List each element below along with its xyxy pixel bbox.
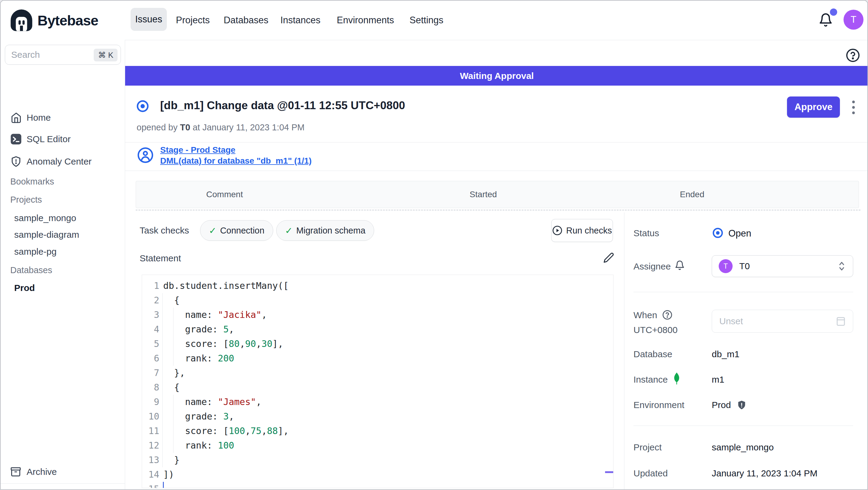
code-line: 1db.student.insertMany([ [142,279,613,293]
opened-middle: at [192,122,200,132]
code-line: 9 name: "James", [142,395,613,409]
code-line: 13 } [142,453,613,467]
tab-projects[interactable]: Projects [176,1,210,40]
statement-label: Statement [140,253,181,263]
tab-databases[interactable]: Databases [224,1,268,40]
code-lines: 1db.student.insertMany([2 {3 name: "Jaci… [142,279,613,488]
check-success-icon: ✓ [209,225,216,236]
table-header-started: Started [470,181,497,208]
project-value[interactable]: sample_mongo [712,442,774,453]
play-circle-icon [552,225,562,236]
project-label: Project [633,442,661,453]
shield-alert-icon [10,156,22,167]
tab-environments[interactable]: Environments [337,1,394,40]
environment-label: Environment [633,400,684,410]
indent-guide [173,395,174,453]
sidebar-project-sample-mongo[interactable]: sample_mongo [14,213,76,223]
table-header-ended: Ended [680,181,705,208]
task-run-table: Comment Started Ended [136,181,859,208]
updated-label: Updated [633,468,668,479]
when-help-icon [662,310,673,320]
indent-guide [162,293,163,467]
code-line: 11 score: [100,75,88], [142,424,613,438]
when-label: When [633,310,673,320]
indent-guide [173,308,174,366]
issue-opened-line: opened by T0 at January 11, 2023 1:04 PM [136,122,305,133]
bytebase-window: Bytebase Issues Projects Databases Insta… [0,0,868,490]
check-migration-schema-pill[interactable]: ✓ Migration schema [276,220,374,241]
sidebar-project-sample-diagram[interactable]: sample-diagram [14,230,79,240]
sidebar-project-sample-pg[interactable]: sample-pg [14,247,57,257]
sidebar-bottom-divider [1,483,125,484]
check-success-icon: ✓ [285,225,292,236]
chevron-up-down-icon [837,260,846,272]
instance-value[interactable]: m1 [712,374,724,385]
kebab-menu-icon[interactable] [849,99,858,116]
notification-bell-icon[interactable] [818,13,833,27]
when-input[interactable] [719,316,819,326]
user-avatar[interactable]: T [843,10,864,30]
stage-person-icon [137,147,154,164]
status-label: Status [633,228,659,238]
mongodb-leaf-icon [672,372,681,385]
protected-shield-icon [737,400,747,410]
code-line: 7 }, [142,366,613,380]
help-icon[interactable] [846,48,860,63]
code-line: 15 [142,482,613,488]
sidebar-item-archive[interactable]: Archive [1,463,125,481]
search-box[interactable]: ⌘ K [5,45,121,65]
stage-link[interactable]: Stage - Prod Stage [160,145,236,155]
code-line: 5 score: [80,90,30], [142,337,613,351]
issue-opened-time: January 11, 2023 1:04 PM [203,122,305,132]
sidebar-item-home[interactable]: Home [1,109,125,126]
code-line: 6 rank: 200 [142,351,613,366]
database-value[interactable]: db_m1 [712,349,740,359]
check-connection-pill[interactable]: ✓ Connection [200,220,273,241]
panel-divider [633,426,853,426]
run-checks-button[interactable]: Run checks [551,219,613,242]
sidebar-item-sql-editor[interactable]: SQL Editor [1,131,125,148]
assignee-select[interactable]: T T0 [712,255,853,277]
assignee-bell-icon [675,260,685,270]
approve-button[interactable]: Approve [787,96,840,118]
top-navbar: Bytebase Issues Projects Databases Insta… [1,1,868,40]
bytebase-logo-icon[interactable] [10,8,33,32]
code-line: 10 grade: 3, [142,409,613,424]
database-label: Database [633,349,672,359]
issue-author: T0 [180,122,190,132]
statement-code-editor[interactable]: 1db.student.insertMany([2 {3 name: "Jaci… [142,275,614,488]
tab-issues[interactable]: Issues [130,8,167,31]
calendar-icon [835,316,846,327]
when-datetime-field[interactable] [712,310,853,333]
overview-ruler-cursor-mark [605,471,614,473]
issue-status-icon [136,99,149,113]
tab-instances[interactable]: Instances [280,1,321,40]
text-cursor [163,482,164,488]
code-line: 14]) [142,467,613,482]
environment-value[interactable]: Prod [712,400,747,410]
issue-title: [db_m1] Change data @01-11 12:55 UTC+080… [160,99,405,112]
sidebar-database-prod[interactable]: Prod [14,283,35,293]
status-banner-text: Waiting Approval [460,71,534,81]
stage-task-link[interactable]: DML(data) for database "db_m1" (1/1) [160,156,312,166]
archive-icon [10,466,21,477]
stage-divider [125,171,868,171]
table-header-comment: Comment [206,181,243,208]
home-icon [10,112,22,123]
task-table-dashed-separator [136,210,861,210]
navbar-divider [1,40,868,40]
logo-text[interactable]: Bytebase [37,12,98,29]
opened-prefix: opened by [136,122,178,132]
code-line: 12 rank: 100 [142,438,613,453]
edit-pencil-icon[interactable] [603,252,614,263]
search-shortcut-badge: ⌘ K [94,49,118,61]
code-line: 3 name: "Jacika", [142,308,613,322]
status-value: Open [728,228,751,239]
task-checks-label: Task checks [140,225,189,236]
sidebar-item-anomaly-center[interactable]: Anomaly Center [1,153,125,170]
instance-label: Instance [633,374,668,385]
search-input[interactable] [11,50,93,60]
tab-settings[interactable]: Settings [409,1,443,40]
when-timezone: UTC+0800 [633,325,678,335]
assignee-value: T0 [739,261,750,271]
